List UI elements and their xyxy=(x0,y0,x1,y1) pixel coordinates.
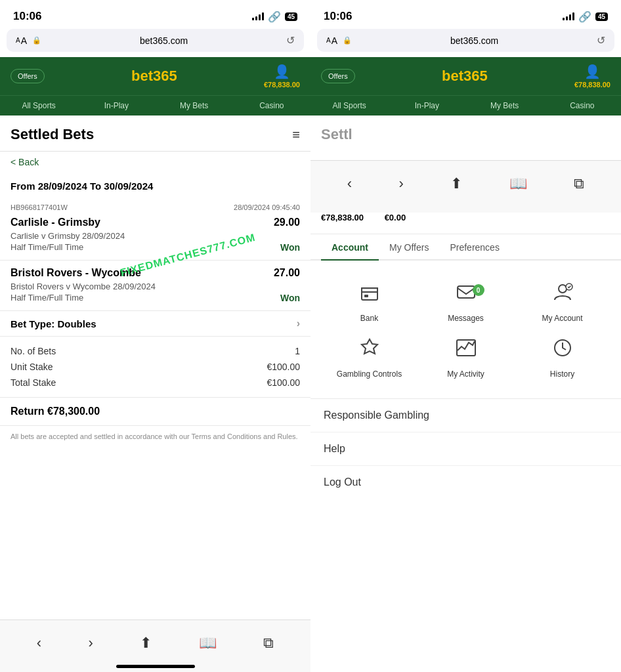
bet365-logo-right: bet365 xyxy=(442,68,488,85)
svg-rect-3 xyxy=(458,286,475,298)
svg-rect-2 xyxy=(364,295,368,297)
grid-item-gambling-controls[interactable]: Gambling Controls xyxy=(321,329,418,385)
bet-type-row-left[interactable]: Bet Type: Doubles › xyxy=(0,311,310,337)
browser-bar-left[interactable]: A A 🔒 bet365.com ↺ xyxy=(7,29,304,52)
history-icon xyxy=(551,336,574,364)
account-balance-right: €78,838.00 xyxy=(574,81,610,89)
list-item-help[interactable]: Help xyxy=(310,432,621,466)
disclaimer-left: All bets are accepted and settled in acc… xyxy=(0,426,310,447)
back-link-left[interactable]: < Back xyxy=(0,152,310,173)
wifi-icon-left: 🔗 xyxy=(268,10,281,23)
return-row-left: Return €78,300.00 xyxy=(0,398,310,426)
match1-market-left: Half Time/Full Time xyxy=(11,242,83,252)
share-btn-right[interactable]: ⬆ xyxy=(450,175,462,192)
account-area-right[interactable]: 👤 €78,838.00 xyxy=(574,64,610,89)
bet-type-label-left: Bet Type: Doubles xyxy=(11,318,96,329)
nav-casino-right[interactable]: Casino xyxy=(544,96,621,116)
bank-icon xyxy=(358,280,381,308)
home-indicator-left xyxy=(116,665,195,668)
grid-item-my-activity[interactable]: My Activity xyxy=(418,329,514,385)
total-stake-value-left: €100.00 xyxy=(267,377,300,388)
offers-button-right[interactable]: Offers xyxy=(321,69,355,83)
match2-odds-left: 27.00 xyxy=(274,267,300,279)
browser-url-right[interactable]: bet365.com xyxy=(357,35,591,46)
browser-bar-right[interactable]: A A 🔒 bet365.com ↺ xyxy=(317,29,614,52)
right-phone-panel: 10:06 🔗 45 A A 🔒 bet365.com ↺ Offers bet… xyxy=(310,0,621,672)
refresh-icon-right[interactable]: ↺ xyxy=(597,34,605,47)
lock-icon-right: 🔒 xyxy=(343,36,352,45)
bet-entry-2-left: Bristol Rovers - Wycombe 27.00 Bristol R… xyxy=(0,261,310,311)
browser-aa-left: A A xyxy=(16,35,27,46)
offers-button-left[interactable]: Offers xyxy=(11,69,45,83)
menu-icon-left[interactable]: ≡ xyxy=(292,127,300,142)
bet-ref-row-left: HB9668177401W 28/09/2024 09:45:40 xyxy=(11,203,300,211)
status-bar-right: 10:06 🔗 45 xyxy=(310,0,621,29)
history-label: History xyxy=(550,369,574,379)
battery-right: 45 xyxy=(595,12,608,21)
status-icons-left: 🔗 45 xyxy=(252,10,297,23)
bet-entry-1-left: HB9668177401W 28/09/2024 09:45:40 Carlis… xyxy=(0,197,310,261)
status-icons-right: 🔗 45 xyxy=(563,10,608,23)
nav-bar-left: All Sports In-Play My Bets Casino xyxy=(0,95,310,116)
bet-credits-value: €0.00 xyxy=(385,213,406,222)
grid-item-messages[interactable]: 0 Messages xyxy=(418,274,514,329)
ios-bottom-left: ‹ › ⬆ 📖 ⧉ xyxy=(0,620,310,672)
bookmarks-btn-right[interactable]: 📖 xyxy=(509,175,527,192)
account-menu-grid: Bank 0 Messages xyxy=(310,261,621,399)
tabs-btn-left[interactable]: ⧉ xyxy=(263,635,274,652)
my-account-icon xyxy=(551,280,574,308)
left-phone-panel: 10:06 🔗 45 A A 🔒 bet365.com ↺ Offers bet… xyxy=(0,0,310,672)
svg-point-4 xyxy=(559,285,567,293)
tab-account[interactable]: Account xyxy=(321,234,379,261)
forward-btn-left[interactable]: › xyxy=(89,635,93,652)
content-area-left: Settled Bets ≡ < Back From 28/09/2024 To… xyxy=(0,116,310,620)
bg-title-right: Settl xyxy=(321,126,353,143)
tabs-btn-right[interactable]: ⧉ xyxy=(574,175,584,192)
gambling-controls-label: Gambling Controls xyxy=(337,369,402,379)
date-range-left: From 28/09/2024 To 30/09/2024 xyxy=(0,173,310,197)
lock-icon-left: 🔒 xyxy=(32,36,41,45)
match2-name-left: Bristol Rovers - Wycombe xyxy=(11,267,141,279)
account-area-left[interactable]: 👤 €78,838.00 xyxy=(264,64,300,89)
nav-inplay-right[interactable]: In-Play xyxy=(388,96,465,116)
no-of-bets-value-left: 1 xyxy=(295,346,300,356)
no-of-bets-label-left: No. of Bets xyxy=(11,346,56,356)
time-right: 10:06 xyxy=(324,10,352,23)
nav-mybets-left[interactable]: My Bets xyxy=(156,96,233,116)
nav-mybets-right[interactable]: My Bets xyxy=(466,96,544,116)
my-activity-icon xyxy=(454,336,478,364)
browser-url-left[interactable]: bet365.com xyxy=(47,35,281,46)
nav-bar-right: All Sports In-Play My Bets Casino xyxy=(310,95,621,116)
tab-my-offers[interactable]: My Offers xyxy=(379,234,439,261)
nav-inplay-left[interactable]: In-Play xyxy=(77,96,155,116)
bg-header-right: Settl xyxy=(310,116,621,143)
nav-casino-left[interactable]: Casino xyxy=(233,96,310,116)
withdrawable-value: €78,838.00 xyxy=(321,213,364,222)
refresh-icon-left[interactable]: ↺ xyxy=(286,34,295,47)
list-item-log-out[interactable]: Log Out xyxy=(310,466,621,499)
no-of-bets-row-left: No. of Bets 1 xyxy=(11,343,300,359)
grid-item-bank[interactable]: Bank xyxy=(321,274,418,329)
grid-item-history[interactable]: History xyxy=(514,329,610,385)
forward-btn-right[interactable]: › xyxy=(399,175,404,192)
account-icon-left: 👤 xyxy=(274,64,290,79)
page-title-left: Settled Bets xyxy=(11,126,94,143)
unit-stake-row-left: Unit Stake €100.00 xyxy=(11,359,300,375)
match2-row-left: Bristol Rovers - Wycombe 27.00 xyxy=(11,267,300,279)
ios-bottom-right: ‹ › ⬆ 📖 ⧉ xyxy=(310,160,621,213)
tab-preferences[interactable]: Preferences xyxy=(439,234,509,261)
back-btn-right[interactable]: ‹ xyxy=(347,175,352,192)
nav-all-sports-right[interactable]: All Sports xyxy=(310,96,388,116)
nav-all-sports-left[interactable]: All Sports xyxy=(0,96,77,116)
match1-detail-left: Carlisle v Grimsby 28/09/2024 xyxy=(11,231,300,241)
share-btn-left[interactable]: ⬆ xyxy=(140,635,152,652)
page-header-left: Settled Bets ≡ xyxy=(0,116,310,152)
match1-odds-left: 29.00 xyxy=(274,217,300,228)
grid-item-my-account[interactable]: My Account xyxy=(514,274,610,329)
list-item-responsible-gambling[interactable]: Responsible Gambling xyxy=(310,399,621,432)
return-label-left: Return €78,300.00 xyxy=(11,406,100,417)
back-btn-left[interactable]: ‹ xyxy=(37,635,41,652)
total-stake-label-left: Total Stake xyxy=(11,377,56,388)
bookmarks-btn-left[interactable]: 📖 xyxy=(199,635,217,652)
chevron-right-icon-left: › xyxy=(297,318,300,329)
